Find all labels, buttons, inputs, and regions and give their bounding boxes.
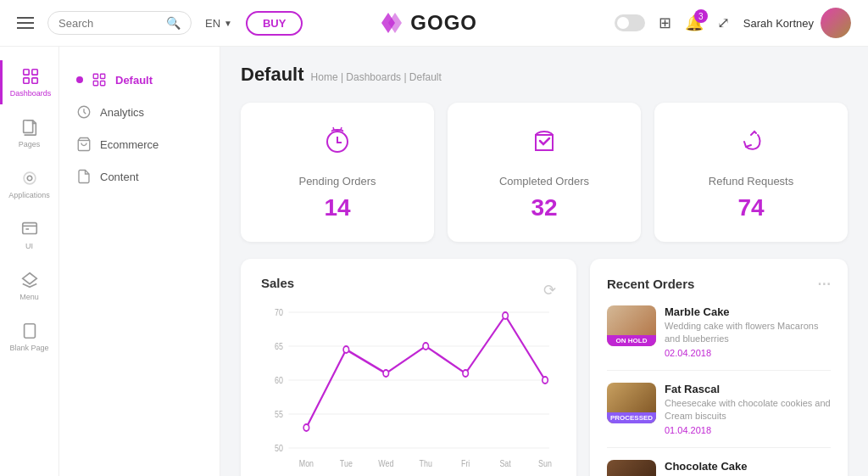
completed-orders-label: Completed Orders xyxy=(499,175,589,188)
svg-point-38 xyxy=(383,370,388,377)
order-name-fat-rascal: Fat Rascal xyxy=(665,383,831,395)
refund-requests-icon xyxy=(734,123,768,165)
svg-text:Sun: Sun xyxy=(538,458,552,468)
svg-rect-14 xyxy=(93,81,97,86)
svg-text:Tue: Tue xyxy=(340,458,353,468)
order-item-marble-cake: ON HOLD Marble Cake Wedding cake with fl… xyxy=(607,305,831,371)
svg-text:Fri: Fri xyxy=(461,458,470,468)
topnav-right: ⊞ 🔔 3 ⤢ Sarah Kortney xyxy=(615,8,851,38)
sidebar-item-pages[interactable]: Pages xyxy=(0,111,58,155)
order-badge-fat-rascal: PROCESSED xyxy=(607,412,656,423)
sidebar-item-blank[interactable]: Blank Page xyxy=(0,315,58,359)
search-box: 🔍 xyxy=(47,11,192,35)
order-info-marble-cake: Marble Cake Wedding cake with flowers Ma… xyxy=(665,305,831,358)
svg-rect-2 xyxy=(24,70,29,75)
pending-orders-label: Pending Orders xyxy=(298,175,376,188)
order-desc-fat-rascal: Cheesecake with chocolate cookies and Cr… xyxy=(665,397,831,423)
sec-sidebar-analytics[interactable]: Analytics xyxy=(59,96,220,128)
order-date-fat-rascal: 01.04.2018 xyxy=(665,425,831,435)
svg-rect-5 xyxy=(32,78,37,83)
user-name: Sarah Kortney xyxy=(743,17,814,30)
sales-chart: 70 65 60 55 50 Mon Tue Wed Thu Fri Sat xyxy=(261,304,556,476)
order-date-marble-cake: 02.04.2018 xyxy=(665,348,831,358)
svg-text:Wed: Wed xyxy=(378,458,393,468)
svg-point-40 xyxy=(463,370,468,377)
sales-card: Sales ⟳ 70 65 xyxy=(241,259,576,476)
sidebar-item-applications[interactable]: Applications xyxy=(0,162,58,206)
notification-badge: 3 xyxy=(694,9,708,23)
search-icon: 🔍 xyxy=(166,16,181,30)
refund-requests-label: Refund Requests xyxy=(709,175,793,188)
completed-orders-value: 32 xyxy=(531,194,557,221)
svg-text:Mon: Mon xyxy=(299,458,314,468)
user-avatar xyxy=(821,8,851,38)
completed-orders-icon xyxy=(527,123,561,165)
order-name-chocolate-cake: Chocolate Cake xyxy=(665,460,831,473)
breadcrumb: Default Home | Dashboards | Default xyxy=(241,64,848,86)
svg-text:50: 50 xyxy=(275,443,283,453)
refund-requests-value: 74 xyxy=(737,194,764,221)
svg-text:Thu: Thu xyxy=(420,458,432,468)
sales-refresh-icon[interactable]: ⟳ xyxy=(543,281,556,300)
sales-title: Sales xyxy=(261,276,294,290)
pending-orders-value: 14 xyxy=(324,194,350,221)
refund-requests-card: Refund Requests 74 xyxy=(654,103,848,242)
order-thumb-chocolate-cake: PROCESSED xyxy=(607,460,656,476)
logo-icon xyxy=(378,9,405,36)
recent-orders-title: Recent Orders ⋯ xyxy=(607,276,831,292)
logo-area: GOGO xyxy=(378,9,477,36)
buy-button[interactable]: BUY xyxy=(246,11,303,36)
order-item-chocolate-cake: PROCESSED Chocolate Cake Homemade cheese… xyxy=(607,460,831,476)
language-selector[interactable]: EN ▼ xyxy=(205,17,232,30)
recent-orders-card: Recent Orders ⋯ ON HOLD Marble Cake Wedd… xyxy=(590,259,848,476)
sidebar-item-menu[interactable]: Menu xyxy=(0,264,58,308)
sec-sidebar-ecommerce[interactable]: Ecommerce xyxy=(59,128,220,160)
order-info-fat-rascal: Fat Rascal Cheesecake with chocolate coo… xyxy=(665,383,831,435)
order-info-chocolate-cake: Chocolate Cake Homemade cheesecake with … xyxy=(665,460,831,476)
sales-section: Sales ⟳ 70 65 xyxy=(241,259,576,476)
main-content: Default Home | Dashboards | Default Pend… xyxy=(220,47,868,476)
svg-rect-8 xyxy=(22,223,36,234)
expand-icon[interactable]: ⤢ xyxy=(717,14,730,32)
user-profile[interactable]: Sarah Kortney xyxy=(743,8,851,38)
secondary-sidebar: Default Analytics Ecommerce Content xyxy=(59,47,220,476)
sidebar-item-dashboards[interactable]: Dashboards xyxy=(0,60,58,104)
svg-point-41 xyxy=(503,312,508,319)
sidebar-item-ui[interactable]: UI xyxy=(0,213,58,257)
svg-rect-3 xyxy=(32,70,37,75)
svg-point-7 xyxy=(27,176,32,181)
notifications-bell[interactable]: 🔔 3 xyxy=(685,14,704,32)
svg-rect-6 xyxy=(23,120,32,133)
svg-text:70: 70 xyxy=(275,307,283,317)
order-thumb-marble-cake: ON HOLD xyxy=(607,305,656,346)
icon-sidebar: Dashboards Pages Applications UI Menu Bl… xyxy=(0,47,59,476)
search-input[interactable] xyxy=(58,17,159,30)
hamburger-menu[interactable] xyxy=(17,17,34,29)
right-panel: Recent Orders ⋯ ON HOLD Marble Cake Wedd… xyxy=(576,259,848,476)
svg-text:60: 60 xyxy=(275,375,283,385)
order-item-fat-rascal: PROCESSED Fat Rascal Cheesecake with cho… xyxy=(607,383,831,448)
content-bottom: Sales ⟳ 70 65 xyxy=(241,259,848,476)
svg-rect-11 xyxy=(24,324,35,339)
pending-orders-icon xyxy=(320,123,354,165)
top-navigation: 🔍 EN ▼ BUY GOGO ⊞ 🔔 3 ⤢ Sarah Kortney xyxy=(0,0,868,47)
svg-text:Sat: Sat xyxy=(499,458,511,468)
theme-toggle[interactable] xyxy=(615,14,645,31)
svg-rect-4 xyxy=(24,78,29,83)
sec-sidebar-content[interactable]: Content xyxy=(59,160,220,193)
svg-rect-13 xyxy=(101,74,105,78)
sec-sidebar-default[interactable]: Default xyxy=(59,64,220,96)
svg-point-37 xyxy=(343,346,348,353)
grid-icon[interactable]: ⊞ xyxy=(659,14,671,32)
active-indicator xyxy=(76,76,83,83)
order-desc-marble-cake: Wedding cake with flowers Macarons and b… xyxy=(665,320,831,346)
svg-point-39 xyxy=(423,343,428,350)
stats-row: Pending Orders 14 Completed Orders 32 xyxy=(241,103,848,242)
page-title: Default xyxy=(241,64,304,86)
order-badge-marble-cake: ON HOLD xyxy=(607,335,656,346)
recent-orders-more-icon[interactable]: ⋯ xyxy=(817,276,831,292)
svg-point-36 xyxy=(303,424,309,431)
pending-orders-card: Pending Orders 14 xyxy=(241,103,434,242)
completed-orders-card: Completed Orders 32 xyxy=(448,103,641,242)
svg-rect-15 xyxy=(101,81,105,86)
